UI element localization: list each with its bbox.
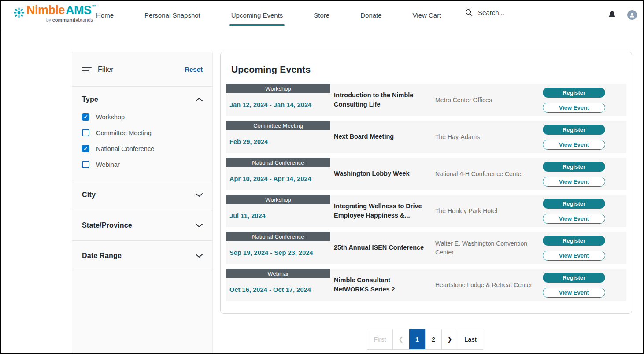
filter-option-webinar[interactable]: Webinar bbox=[82, 161, 203, 168]
nav-item-donate[interactable]: Donate bbox=[359, 9, 382, 22]
byline-community: community bbox=[52, 17, 78, 22]
filter-option-label: Workshop bbox=[96, 114, 125, 121]
pagination-last-button[interactable]: Last bbox=[458, 329, 483, 349]
filter-icon bbox=[82, 66, 92, 73]
starburst-logo-icon bbox=[13, 7, 25, 18]
view-event-button[interactable]: View Event bbox=[543, 103, 605, 113]
checkbox-icon[interactable] bbox=[82, 113, 89, 121]
pagination-page-1[interactable]: 1 bbox=[409, 329, 425, 349]
nav-item-view-cart[interactable]: View Cart bbox=[412, 9, 442, 22]
event-row: Committee Meeting Feb 29, 2024 Next Boar… bbox=[226, 121, 626, 153]
event-title: Washington Lobby Week bbox=[330, 158, 435, 190]
main-nav: Home Personal Snapshot Upcoming Events S… bbox=[95, 1, 442, 29]
type-section-label: Type bbox=[82, 96, 98, 103]
byline-brands: brands bbox=[78, 17, 93, 22]
pagination: First ❮ 1 2 ❯ Last bbox=[367, 329, 483, 350]
state-section-label: State/Province bbox=[82, 221, 132, 229]
register-button[interactable]: Register bbox=[543, 125, 605, 135]
filter-option-label: Webinar bbox=[96, 161, 120, 168]
view-event-button[interactable]: View Event bbox=[543, 214, 605, 224]
filter-section-date-range[interactable]: Date Range bbox=[72, 241, 212, 271]
type-section-header[interactable]: Type bbox=[82, 96, 203, 103]
byline-by: by bbox=[46, 18, 51, 22]
event-location: National 4-H Conference Center bbox=[435, 158, 540, 190]
event-type-badge: Workshop bbox=[226, 195, 330, 204]
event-type-date: Workshop Jul 11, 2024 bbox=[226, 195, 330, 227]
event-type-date: National Conference Apr 10, 2024 - Apr 1… bbox=[226, 158, 330, 190]
register-button[interactable]: Register bbox=[543, 162, 605, 172]
event-type-date: Workshop Jan 12, 2024 - Jan 14, 2024 bbox=[226, 84, 330, 116]
event-row: Webinar Oct 16, 2024 - Oct 17, 2024 Nimb… bbox=[226, 269, 626, 301]
filter-section-city[interactable]: City bbox=[72, 180, 212, 210]
event-row: Workshop Jul 11, 2024 Integrating Wellne… bbox=[226, 195, 626, 227]
event-type-badge: National Conference bbox=[226, 232, 330, 241]
nav-item-home[interactable]: Home bbox=[95, 9, 115, 22]
nav-label: Upcoming Events bbox=[231, 11, 283, 19]
event-title: Nimble Consultant NetWORKS Series 2 bbox=[330, 269, 435, 301]
event-row: Workshop Jan 12, 2024 - Jan 14, 2024 Int… bbox=[226, 84, 626, 116]
event-date: Feb 29, 2024 bbox=[226, 130, 330, 153]
search-icon bbox=[465, 9, 473, 16]
register-button[interactable]: Register bbox=[543, 199, 605, 209]
event-location: Metro Center Offices bbox=[435, 84, 540, 116]
logo-wordmark: NimbleAMS™ bbox=[26, 4, 96, 16]
nav-item-store[interactable]: Store bbox=[313, 9, 330, 22]
app-window: NimbleAMS™ by communitybrands Home Perso… bbox=[0, 0, 644, 354]
event-list: Workshop Jan 12, 2024 - Jan 14, 2024 Int… bbox=[221, 84, 632, 301]
filter-section-state-province[interactable]: State/Province bbox=[72, 210, 212, 241]
event-type-badge: Workshop bbox=[226, 84, 330, 93]
chevron-down-icon bbox=[196, 223, 203, 228]
event-title: Integrating Wellness to Drive Employee H… bbox=[330, 195, 435, 227]
nimble-ams-logo[interactable]: NimbleAMS™ by communitybrands bbox=[13, 4, 96, 22]
event-actions: Register View Event bbox=[540, 158, 626, 190]
global-search bbox=[465, 9, 571, 16]
event-location: The Henley Park Hotel bbox=[435, 195, 540, 227]
event-actions: Register View Event bbox=[540, 232, 626, 264]
view-event-button[interactable]: View Event bbox=[543, 140, 605, 150]
event-actions: Register View Event bbox=[540, 269, 626, 301]
nav-item-personal-snapshot[interactable]: Personal Snapshot bbox=[144, 9, 201, 22]
filter-option-committee-meeting[interactable]: Committee Meeting bbox=[82, 129, 203, 136]
event-title: 25th Annual ISEN Conference bbox=[330, 232, 435, 264]
page-title: Upcoming Events bbox=[221, 52, 632, 84]
filter-option-label: Committee Meeting bbox=[96, 129, 152, 136]
event-type-badge: National Conference bbox=[226, 158, 330, 167]
event-type-badge: Committee Meeting bbox=[226, 121, 330, 130]
filter-sidebar: Filter Reset Type Workshop Committee Mee… bbox=[72, 52, 213, 353]
search-input[interactable] bbox=[478, 9, 557, 16]
nav-item-upcoming-events[interactable]: Upcoming Events bbox=[230, 9, 284, 22]
checkbox-icon[interactable] bbox=[82, 145, 89, 152]
checkbox-icon[interactable] bbox=[82, 129, 89, 136]
filter-reset-link[interactable]: Reset bbox=[185, 66, 203, 73]
event-title: Introduction to the Nimble Consulting Li… bbox=[330, 84, 435, 116]
filter-option-workshop[interactable]: Workshop bbox=[82, 113, 203, 121]
user-avatar[interactable] bbox=[627, 10, 637, 20]
view-event-button[interactable]: View Event bbox=[543, 177, 605, 187]
notifications-bell-icon[interactable] bbox=[608, 11, 616, 19]
logo-byline: by communitybrands bbox=[46, 18, 93, 22]
date-range-section-label: Date Range bbox=[82, 252, 122, 260]
event-type-badge: Webinar bbox=[226, 269, 330, 278]
pagination-prev-icon[interactable]: ❮ bbox=[392, 329, 409, 349]
filter-option-national-conference[interactable]: National Conference bbox=[82, 145, 203, 152]
checkbox-icon[interactable] bbox=[82, 161, 89, 168]
event-actions: Register View Event bbox=[540, 195, 626, 227]
chevron-down-icon bbox=[196, 193, 203, 197]
register-button[interactable]: Register bbox=[543, 273, 605, 283]
nav-label: Store bbox=[314, 11, 329, 19]
view-event-button[interactable]: View Event bbox=[543, 251, 605, 261]
view-event-button[interactable]: View Event bbox=[543, 288, 605, 298]
event-date: Jan 12, 2024 - Jan 14, 2024 bbox=[226, 93, 330, 116]
event-location: The Hay-Adams bbox=[435, 121, 540, 153]
event-title: Next Board Meeting bbox=[330, 121, 435, 153]
filter-option-label: National Conference bbox=[96, 145, 154, 152]
event-type-date: National Conference Sep 19, 2024 - Sep 2… bbox=[226, 232, 330, 264]
event-date: Jul 11, 2024 bbox=[226, 204, 330, 227]
pagination-next-icon[interactable]: ❯ bbox=[441, 329, 458, 349]
event-actions: Register View Event bbox=[540, 121, 626, 153]
chevron-down-icon bbox=[196, 254, 203, 258]
pagination-first-button[interactable]: First bbox=[367, 329, 392, 349]
register-button[interactable]: Register bbox=[543, 88, 605, 98]
register-button[interactable]: Register bbox=[543, 236, 605, 246]
pagination-page-2[interactable]: 2 bbox=[425, 329, 441, 349]
